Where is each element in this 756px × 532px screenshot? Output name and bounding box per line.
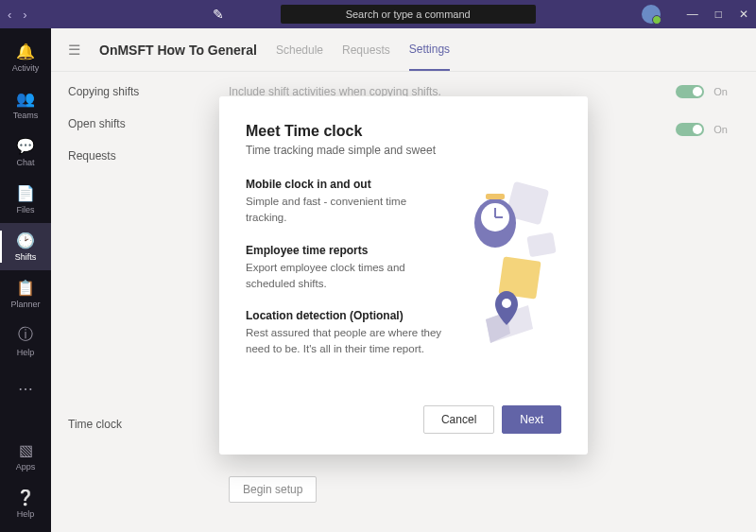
tab-schedule[interactable]: Schedule bbox=[276, 30, 323, 70]
compose-icon[interactable]: ✎ bbox=[213, 7, 224, 22]
next-button[interactable]: Next bbox=[502, 405, 561, 434]
page-title: OnMSFT How To General bbox=[99, 43, 257, 58]
toggle-state: On bbox=[713, 86, 728, 97]
cancel-button[interactable]: Cancel bbox=[423, 405, 494, 434]
avatar[interactable] bbox=[642, 5, 661, 24]
rail-shifts[interactable]: 🕑Shifts bbox=[0, 223, 51, 270]
modal-section-title: Location detection (Optional) bbox=[246, 309, 442, 322]
rail-help[interactable]: ⓘHelp bbox=[0, 317, 51, 365]
window-close-icon[interactable]: ✕ bbox=[739, 8, 748, 21]
rail-teams[interactable]: 👥Teams bbox=[0, 81, 51, 129]
modal-subtitle: Time tracking made simple and sweet bbox=[246, 144, 561, 157]
help2-icon: ❔ bbox=[16, 489, 35, 506]
search-input[interactable]: Search or type a command bbox=[281, 5, 536, 24]
tab-requests[interactable]: Requests bbox=[342, 30, 390, 70]
rail-label: Planner bbox=[10, 300, 40, 309]
titlebar: ‹ › ✎ Search or type a command — □ ✕ bbox=[0, 0, 756, 28]
rail-help2[interactable]: ❔Help bbox=[0, 485, 51, 532]
rail-label: Help bbox=[17, 348, 35, 357]
rail-label: Apps bbox=[16, 462, 36, 472]
rail-label: Activity bbox=[12, 63, 40, 73]
svg-rect-6 bbox=[486, 194, 505, 199]
bell-icon: 🔔 bbox=[16, 43, 35, 60]
sidenav-time-clock[interactable]: Time clock bbox=[68, 418, 200, 431]
app-rail: 🔔Activity 👥Teams 💬Chat 📄Files 🕑Shifts 📋P… bbox=[0, 28, 51, 532]
rail-activity[interactable]: 🔔Activity bbox=[0, 34, 51, 81]
shifts-icon: 🕑 bbox=[16, 232, 35, 249]
rail-files[interactable]: 📄Files bbox=[0, 176, 51, 223]
rail-more[interactable]: ⋯ bbox=[0, 365, 51, 412]
apps-icon: ▧ bbox=[19, 441, 33, 459]
sidenav-open-shifts[interactable]: Open shifts bbox=[68, 117, 200, 130]
modal-section-title: Mobile clock in and out bbox=[246, 178, 442, 191]
sidenav-requests[interactable]: Requests bbox=[68, 149, 200, 163]
window-minimize-icon[interactable]: — bbox=[687, 8, 698, 21]
hamburger-icon[interactable]: ☰ bbox=[68, 42, 80, 59]
nav-back-icon[interactable]: ‹ bbox=[8, 8, 11, 22]
teams-icon: 👥 bbox=[16, 90, 35, 108]
time-clock-modal: Meet Time clock Time tracking made simpl… bbox=[219, 96, 588, 455]
modal-section-body: Export employee clock times and schedule… bbox=[246, 260, 442, 293]
help-icon: ⓘ bbox=[18, 325, 33, 345]
modal-title: Meet Time clock bbox=[246, 123, 561, 140]
modal-illustration bbox=[457, 178, 561, 338]
files-icon: 📄 bbox=[16, 184, 35, 202]
modal-section-body: Simple and fast - convenient time tracki… bbox=[246, 194, 442, 227]
chat-icon: 💬 bbox=[16, 137, 35, 155]
page-header: ☰ OnMSFT How To General Schedule Request… bbox=[51, 28, 756, 72]
rail-planner[interactable]: 📋Planner bbox=[0, 270, 51, 317]
rail-apps[interactable]: ▧Apps bbox=[0, 438, 51, 485]
modal-section-body: Rest assured that people are where they … bbox=[246, 325, 442, 358]
more-icon: ⋯ bbox=[18, 380, 33, 398]
settings-side-nav: Copying shifts Open shifts Requests Time… bbox=[51, 85, 200, 532]
svg-point-8 bbox=[502, 299, 511, 308]
rail-label: Files bbox=[16, 205, 34, 215]
tab-settings[interactable]: Settings bbox=[409, 29, 450, 71]
planner-icon: 📋 bbox=[16, 279, 35, 297]
toggle-open-shifts[interactable] bbox=[676, 123, 704, 136]
nav-forward-icon[interactable]: › bbox=[23, 8, 26, 22]
begin-setup-button[interactable]: Begin setup bbox=[229, 476, 317, 503]
rail-label: Shifts bbox=[15, 252, 37, 262]
rail-chat[interactable]: 💬Chat bbox=[0, 129, 51, 176]
svg-rect-1 bbox=[526, 232, 556, 258]
rail-label: Chat bbox=[16, 158, 34, 167]
sidenav-copying-shifts[interactable]: Copying shifts bbox=[68, 85, 200, 98]
window-maximize-icon[interactable]: □ bbox=[715, 8, 722, 21]
toggle-state: On bbox=[713, 124, 728, 135]
modal-section-title: Employee time reports bbox=[246, 244, 442, 257]
rail-label: Help bbox=[17, 509, 35, 519]
rail-label: Teams bbox=[13, 111, 39, 120]
toggle-copy-shifts[interactable] bbox=[676, 85, 704, 98]
